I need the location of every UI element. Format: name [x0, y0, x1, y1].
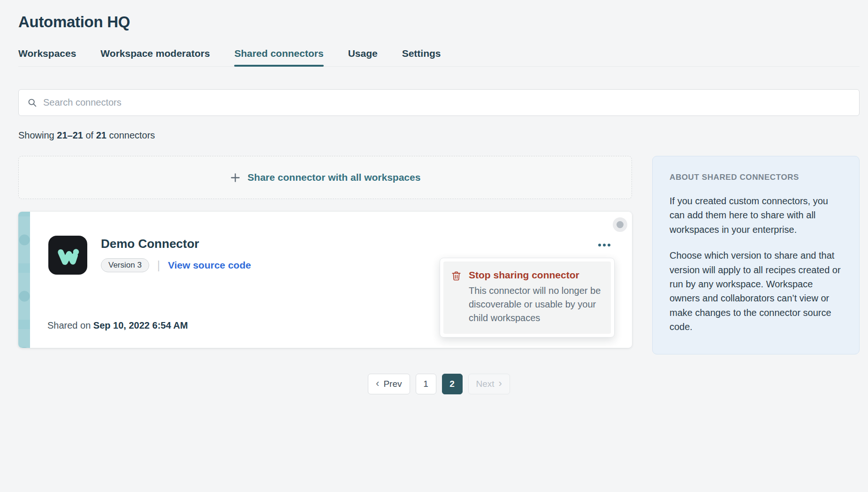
shared-on-date: Sep 10, 2022 6:54 AM [93, 320, 188, 331]
connector-context-menu: Stop sharing connector This connector wi… [440, 258, 615, 338]
prev-page-button[interactable]: ‹ Prev [368, 374, 410, 394]
chevron-right-icon: › [499, 378, 502, 389]
results-summary: Showing 21–21 of 21 connectors [18, 130, 860, 141]
plus-icon [230, 172, 241, 183]
results-total: 21 [96, 130, 107, 140]
menu-item-text: Stop sharing connector This connector wi… [469, 269, 601, 324]
share-connector-label: Share connector with all workspaces [248, 172, 421, 183]
tab-settings[interactable]: Settings [402, 48, 441, 66]
status-dot-inner [617, 221, 624, 228]
stop-sharing-menu-item[interactable]: Stop sharing connector This connector wi… [443, 261, 611, 334]
shared-on-text: Shared on Sep 10, 2022 6:54 AM [47, 320, 188, 331]
connector-name: Demo Connector [101, 237, 251, 251]
tab-usage[interactable]: Usage [348, 48, 378, 66]
meta-divider: | [157, 259, 160, 272]
page-title: Automation HQ [18, 13, 860, 31]
connector-logo [48, 236, 87, 275]
page-1-button[interactable]: 1 [416, 374, 436, 394]
chevron-left-icon: ‹ [376, 378, 379, 389]
tab-workspace-moderators[interactable]: Workspace moderators [100, 48, 210, 66]
connector-meta: Version 3 | View source code [101, 258, 251, 272]
search-input[interactable] [43, 97, 851, 108]
stop-sharing-description: This connector will no longer be discove… [469, 284, 601, 324]
page: Automation HQ Workspaces Workspace moder… [0, 13, 868, 394]
pagination: ‹ Prev 1 2 Next › [18, 374, 860, 394]
about-shared-connectors-panel: ABOUT SHARED CONNECTORS If you created c… [652, 156, 860, 354]
card-status-dot [613, 217, 627, 232]
next-page-button[interactable]: Next › [468, 374, 510, 394]
tab-bar: Workspaces Workspace moderators Shared c… [18, 48, 860, 67]
page-2-button[interactable]: 2 [442, 374, 463, 394]
share-connector-button[interactable]: Share connector with all workspaces [18, 156, 632, 199]
tab-workspaces[interactable]: Workspaces [18, 48, 76, 66]
version-badge: Version 3 [101, 258, 149, 272]
connectors-column: Share connector with all workspaces Demo… [18, 156, 632, 348]
about-paragraph-1: If you created custom connectors, you ca… [670, 194, 842, 237]
stop-sharing-title: Stop sharing connector [469, 269, 601, 281]
tab-shared-connectors[interactable]: Shared connectors [234, 48, 323, 66]
search-icon [27, 98, 37, 108]
results-range: 21–21 [57, 130, 83, 140]
connector-card: Demo Connector Version 3 | View source c… [18, 212, 632, 348]
view-source-link[interactable]: View source code [168, 260, 251, 271]
about-panel-title: ABOUT SHARED CONNECTORS [670, 173, 842, 182]
workato-w-icon [53, 241, 83, 270]
ellipsis-icon [598, 244, 601, 246]
trash-icon [451, 270, 462, 281]
search-bar[interactable] [18, 89, 860, 116]
main-content: Share connector with all workspaces Demo… [18, 156, 860, 354]
about-paragraph-2: Choose which version to share and that v… [670, 248, 842, 334]
connector-info: Demo Connector Version 3 | View source c… [101, 236, 251, 275]
more-actions-button[interactable] [595, 241, 613, 249]
